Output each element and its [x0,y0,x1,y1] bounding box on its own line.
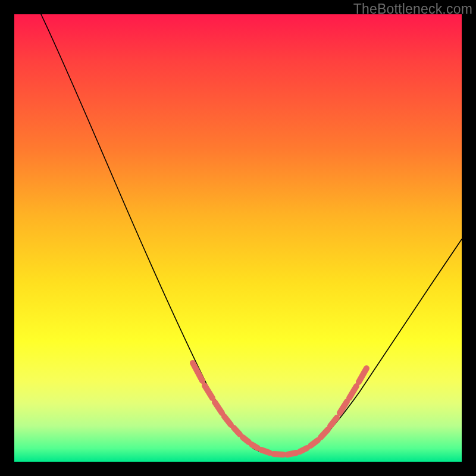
dash-seg [311,440,318,446]
dash-seg [193,363,202,381]
dash-seg [205,386,212,398]
dash-seg [349,386,356,398]
dash-seg [300,448,307,452]
dash-seg [359,368,367,382]
bottleneck-chart [14,14,462,462]
dash-seg [243,437,249,442]
dash-seg [261,450,270,453]
dash-overlay [193,363,367,455]
dash-seg [234,428,240,434]
chart-frame [14,14,462,462]
dash-seg [252,444,258,448]
watermark-text: TheBottleneck.com [353,1,472,17]
dash-seg [330,418,337,426]
bottleneck-curve-line [41,14,462,456]
dash-seg [215,402,222,413]
dash-seg [274,454,283,455]
dash-seg [287,453,296,455]
dash-seg [321,430,328,437]
dash-seg [224,416,231,425]
